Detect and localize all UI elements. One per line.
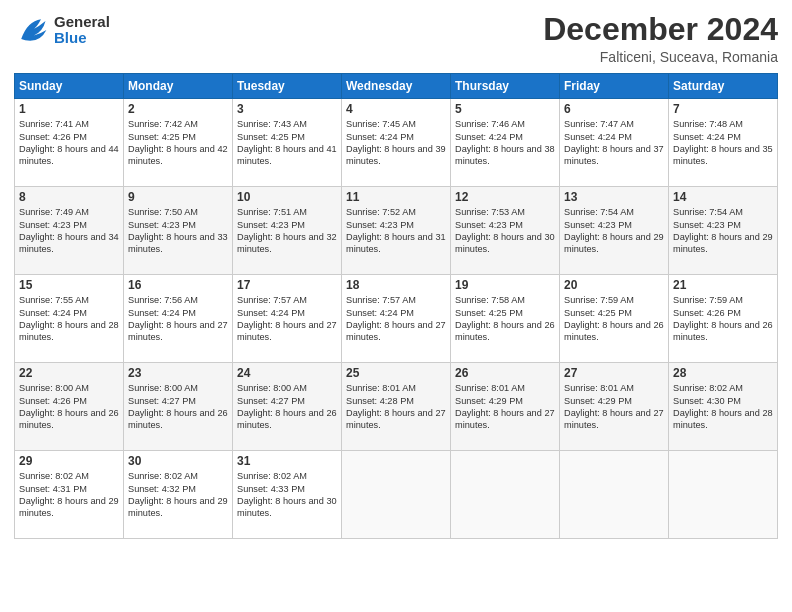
- daylight: Daylight: 8 hours and 39 minutes.: [346, 144, 446, 166]
- logo-icon: [14, 12, 50, 48]
- calendar-cell: 7 Sunrise: 7:48 AM Sunset: 4:24 PM Dayli…: [669, 99, 778, 187]
- sunrise: Sunrise: 7:41 AM: [19, 119, 89, 129]
- calendar-cell: 21 Sunrise: 7:59 AM Sunset: 4:26 PM Dayl…: [669, 275, 778, 363]
- day-number: 26: [455, 366, 555, 380]
- page-header: General Blue December 2024 Falticeni, Su…: [14, 12, 778, 65]
- sunset: Sunset: 4:27 PM: [128, 396, 196, 406]
- sunrise: Sunrise: 7:56 AM: [128, 295, 198, 305]
- subtitle: Falticeni, Suceava, Romania: [543, 49, 778, 65]
- day-info: Sunrise: 7:45 AM Sunset: 4:24 PM Dayligh…: [346, 118, 446, 168]
- day-number: 1: [19, 102, 119, 116]
- day-info: Sunrise: 8:00 AM Sunset: 4:27 PM Dayligh…: [128, 382, 228, 432]
- day-info: Sunrise: 7:59 AM Sunset: 4:26 PM Dayligh…: [673, 294, 773, 344]
- calendar-cell: 9 Sunrise: 7:50 AM Sunset: 4:23 PM Dayli…: [124, 187, 233, 275]
- day-number: 29: [19, 454, 119, 468]
- daylight: Daylight: 8 hours and 32 minutes.: [237, 232, 337, 254]
- daylight: Daylight: 8 hours and 26 minutes.: [19, 408, 119, 430]
- sunrise: Sunrise: 7:57 AM: [346, 295, 416, 305]
- day-number: 25: [346, 366, 446, 380]
- daylight: Daylight: 8 hours and 27 minutes.: [346, 408, 446, 430]
- day-info: Sunrise: 7:50 AM Sunset: 4:23 PM Dayligh…: [128, 206, 228, 256]
- daylight: Daylight: 8 hours and 41 minutes.: [237, 144, 337, 166]
- sunset: Sunset: 4:30 PM: [673, 396, 741, 406]
- calendar-cell: 27 Sunrise: 8:01 AM Sunset: 4:29 PM Dayl…: [560, 363, 669, 451]
- sunrise: Sunrise: 7:47 AM: [564, 119, 634, 129]
- day-number: 22: [19, 366, 119, 380]
- calendar-cell: 17 Sunrise: 7:57 AM Sunset: 4:24 PM Dayl…: [233, 275, 342, 363]
- day-info: Sunrise: 7:55 AM Sunset: 4:24 PM Dayligh…: [19, 294, 119, 344]
- day-info: Sunrise: 7:53 AM Sunset: 4:23 PM Dayligh…: [455, 206, 555, 256]
- col-tuesday: Tuesday: [233, 74, 342, 99]
- calendar-body: 1 Sunrise: 7:41 AM Sunset: 4:26 PM Dayli…: [15, 99, 778, 539]
- daylight: Daylight: 8 hours and 44 minutes.: [19, 144, 119, 166]
- sunset: Sunset: 4:31 PM: [19, 484, 87, 494]
- sunrise: Sunrise: 8:00 AM: [19, 383, 89, 393]
- sunset: Sunset: 4:26 PM: [673, 308, 741, 318]
- sunset: Sunset: 4:24 PM: [346, 132, 414, 142]
- calendar-cell: 14 Sunrise: 7:54 AM Sunset: 4:23 PM Dayl…: [669, 187, 778, 275]
- day-number: 11: [346, 190, 446, 204]
- sunrise: Sunrise: 7:50 AM: [128, 207, 198, 217]
- sunrise: Sunrise: 7:43 AM: [237, 119, 307, 129]
- sunset: Sunset: 4:26 PM: [19, 396, 87, 406]
- calendar-cell: 19 Sunrise: 7:58 AM Sunset: 4:25 PM Dayl…: [451, 275, 560, 363]
- daylight: Daylight: 8 hours and 26 minutes.: [455, 320, 555, 342]
- calendar-week-2: 8 Sunrise: 7:49 AM Sunset: 4:23 PM Dayli…: [15, 187, 778, 275]
- sunrise: Sunrise: 7:59 AM: [673, 295, 743, 305]
- day-info: Sunrise: 7:54 AM Sunset: 4:23 PM Dayligh…: [564, 206, 664, 256]
- calendar-cell: [342, 451, 451, 539]
- calendar-cell: 20 Sunrise: 7:59 AM Sunset: 4:25 PM Dayl…: [560, 275, 669, 363]
- sunrise: Sunrise: 8:02 AM: [673, 383, 743, 393]
- sunset: Sunset: 4:24 PM: [128, 308, 196, 318]
- daylight: Daylight: 8 hours and 30 minutes.: [237, 496, 337, 518]
- daylight: Daylight: 8 hours and 29 minutes.: [673, 232, 773, 254]
- daylight: Daylight: 8 hours and 35 minutes.: [673, 144, 773, 166]
- day-info: Sunrise: 8:01 AM Sunset: 4:28 PM Dayligh…: [346, 382, 446, 432]
- calendar-week-1: 1 Sunrise: 7:41 AM Sunset: 4:26 PM Dayli…: [15, 99, 778, 187]
- calendar-cell: 11 Sunrise: 7:52 AM Sunset: 4:23 PM Dayl…: [342, 187, 451, 275]
- sunset: Sunset: 4:23 PM: [564, 220, 632, 230]
- daylight: Daylight: 8 hours and 29 minutes.: [564, 232, 664, 254]
- sunrise: Sunrise: 7:54 AM: [564, 207, 634, 217]
- sunset: Sunset: 4:26 PM: [19, 132, 87, 142]
- col-thursday: Thursday: [451, 74, 560, 99]
- day-number: 9: [128, 190, 228, 204]
- sunrise: Sunrise: 8:02 AM: [237, 471, 307, 481]
- logo-general-text: General: [54, 14, 110, 31]
- daylight: Daylight: 8 hours and 29 minutes.: [19, 496, 119, 518]
- daylight: Daylight: 8 hours and 30 minutes.: [455, 232, 555, 254]
- day-info: Sunrise: 7:57 AM Sunset: 4:24 PM Dayligh…: [346, 294, 446, 344]
- col-monday: Monday: [124, 74, 233, 99]
- day-number: 16: [128, 278, 228, 292]
- day-number: 17: [237, 278, 337, 292]
- day-info: Sunrise: 8:00 AM Sunset: 4:26 PM Dayligh…: [19, 382, 119, 432]
- calendar-cell: 8 Sunrise: 7:49 AM Sunset: 4:23 PM Dayli…: [15, 187, 124, 275]
- day-info: Sunrise: 7:46 AM Sunset: 4:24 PM Dayligh…: [455, 118, 555, 168]
- day-number: 8: [19, 190, 119, 204]
- day-info: Sunrise: 8:01 AM Sunset: 4:29 PM Dayligh…: [455, 382, 555, 432]
- day-info: Sunrise: 7:56 AM Sunset: 4:24 PM Dayligh…: [128, 294, 228, 344]
- daylight: Daylight: 8 hours and 29 minutes.: [128, 496, 228, 518]
- calendar-cell: 15 Sunrise: 7:55 AM Sunset: 4:24 PM Dayl…: [15, 275, 124, 363]
- calendar-cell: 18 Sunrise: 7:57 AM Sunset: 4:24 PM Dayl…: [342, 275, 451, 363]
- day-number: 28: [673, 366, 773, 380]
- sunset: Sunset: 4:29 PM: [455, 396, 523, 406]
- daylight: Daylight: 8 hours and 38 minutes.: [455, 144, 555, 166]
- day-number: 21: [673, 278, 773, 292]
- logo-label: General Blue: [54, 14, 110, 47]
- col-wednesday: Wednesday: [342, 74, 451, 99]
- col-saturday: Saturday: [669, 74, 778, 99]
- daylight: Daylight: 8 hours and 27 minutes.: [564, 408, 664, 430]
- sunset: Sunset: 4:25 PM: [128, 132, 196, 142]
- calendar-cell: 5 Sunrise: 7:46 AM Sunset: 4:24 PM Dayli…: [451, 99, 560, 187]
- calendar-cell: 4 Sunrise: 7:45 AM Sunset: 4:24 PM Dayli…: [342, 99, 451, 187]
- sunset: Sunset: 4:29 PM: [564, 396, 632, 406]
- calendar-cell: 22 Sunrise: 8:00 AM Sunset: 4:26 PM Dayl…: [15, 363, 124, 451]
- day-number: 4: [346, 102, 446, 116]
- day-info: Sunrise: 8:00 AM Sunset: 4:27 PM Dayligh…: [237, 382, 337, 432]
- day-number: 3: [237, 102, 337, 116]
- sunrise: Sunrise: 7:58 AM: [455, 295, 525, 305]
- logo: General Blue: [14, 12, 110, 48]
- sunset: Sunset: 4:24 PM: [346, 308, 414, 318]
- sunset: Sunset: 4:24 PM: [564, 132, 632, 142]
